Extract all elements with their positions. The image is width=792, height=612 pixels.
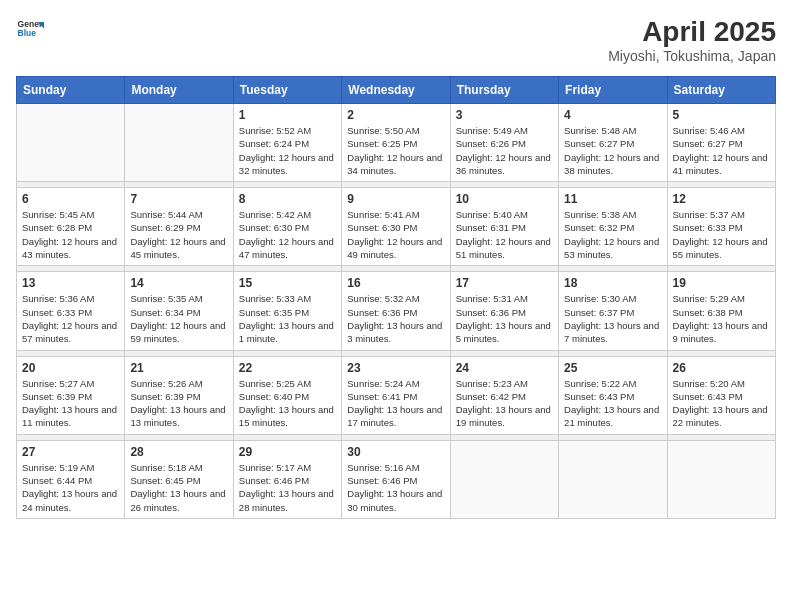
calendar-week-row: 1Sunrise: 5:52 AM Sunset: 6:24 PM Daylig… xyxy=(17,104,776,182)
day-info: Sunrise: 5:23 AM Sunset: 6:42 PM Dayligh… xyxy=(456,377,553,430)
table-row xyxy=(17,104,125,182)
day-number: 18 xyxy=(564,276,661,290)
table-row: 7Sunrise: 5:44 AM Sunset: 6:29 PM Daylig… xyxy=(125,188,233,266)
table-row: 19Sunrise: 5:29 AM Sunset: 6:38 PM Dayli… xyxy=(667,272,775,350)
day-info: Sunrise: 5:33 AM Sunset: 6:35 PM Dayligh… xyxy=(239,292,336,345)
table-row: 6Sunrise: 5:45 AM Sunset: 6:28 PM Daylig… xyxy=(17,188,125,266)
header-sunday: Sunday xyxy=(17,77,125,104)
table-row: 13Sunrise: 5:36 AM Sunset: 6:33 PM Dayli… xyxy=(17,272,125,350)
day-number: 16 xyxy=(347,276,444,290)
logo-icon: General Blue xyxy=(16,16,44,44)
calendar-subtitle: Miyoshi, Tokushima, Japan xyxy=(608,48,776,64)
day-info: Sunrise: 5:44 AM Sunset: 6:29 PM Dayligh… xyxy=(130,208,227,261)
day-number: 29 xyxy=(239,445,336,459)
day-info: Sunrise: 5:19 AM Sunset: 6:44 PM Dayligh… xyxy=(22,461,119,514)
day-number: 27 xyxy=(22,445,119,459)
day-number: 24 xyxy=(456,361,553,375)
table-row: 5Sunrise: 5:46 AM Sunset: 6:27 PM Daylig… xyxy=(667,104,775,182)
day-number: 4 xyxy=(564,108,661,122)
weekday-header-row: Sunday Monday Tuesday Wednesday Thursday… xyxy=(17,77,776,104)
day-number: 14 xyxy=(130,276,227,290)
table-row: 14Sunrise: 5:35 AM Sunset: 6:34 PM Dayli… xyxy=(125,272,233,350)
day-info: Sunrise: 5:32 AM Sunset: 6:36 PM Dayligh… xyxy=(347,292,444,345)
logo: General Blue xyxy=(16,16,44,44)
day-info: Sunrise: 5:25 AM Sunset: 6:40 PM Dayligh… xyxy=(239,377,336,430)
day-number: 25 xyxy=(564,361,661,375)
calendar-title: April 2025 xyxy=(608,16,776,48)
day-info: Sunrise: 5:38 AM Sunset: 6:32 PM Dayligh… xyxy=(564,208,661,261)
day-info: Sunrise: 5:50 AM Sunset: 6:25 PM Dayligh… xyxy=(347,124,444,177)
table-row: 18Sunrise: 5:30 AM Sunset: 6:37 PM Dayli… xyxy=(559,272,667,350)
table-row: 23Sunrise: 5:24 AM Sunset: 6:41 PM Dayli… xyxy=(342,356,450,434)
table-row: 3Sunrise: 5:49 AM Sunset: 6:26 PM Daylig… xyxy=(450,104,558,182)
day-number: 26 xyxy=(673,361,770,375)
table-row: 28Sunrise: 5:18 AM Sunset: 6:45 PM Dayli… xyxy=(125,440,233,518)
table-row: 8Sunrise: 5:42 AM Sunset: 6:30 PM Daylig… xyxy=(233,188,341,266)
table-row: 27Sunrise: 5:19 AM Sunset: 6:44 PM Dayli… xyxy=(17,440,125,518)
day-info: Sunrise: 5:30 AM Sunset: 6:37 PM Dayligh… xyxy=(564,292,661,345)
day-number: 15 xyxy=(239,276,336,290)
table-row: 21Sunrise: 5:26 AM Sunset: 6:39 PM Dayli… xyxy=(125,356,233,434)
day-number: 12 xyxy=(673,192,770,206)
day-info: Sunrise: 5:17 AM Sunset: 6:46 PM Dayligh… xyxy=(239,461,336,514)
table-row xyxy=(450,440,558,518)
table-row: 16Sunrise: 5:32 AM Sunset: 6:36 PM Dayli… xyxy=(342,272,450,350)
day-number: 3 xyxy=(456,108,553,122)
day-number: 30 xyxy=(347,445,444,459)
title-area: April 2025 Miyoshi, Tokushima, Japan xyxy=(608,16,776,64)
day-number: 7 xyxy=(130,192,227,206)
calendar-week-row: 27Sunrise: 5:19 AM Sunset: 6:44 PM Dayli… xyxy=(17,440,776,518)
day-info: Sunrise: 5:22 AM Sunset: 6:43 PM Dayligh… xyxy=(564,377,661,430)
header: General Blue April 2025 Miyoshi, Tokushi… xyxy=(16,16,776,64)
day-number: 6 xyxy=(22,192,119,206)
svg-text:Blue: Blue xyxy=(18,28,37,38)
day-number: 9 xyxy=(347,192,444,206)
day-info: Sunrise: 5:37 AM Sunset: 6:33 PM Dayligh… xyxy=(673,208,770,261)
day-info: Sunrise: 5:29 AM Sunset: 6:38 PM Dayligh… xyxy=(673,292,770,345)
day-info: Sunrise: 5:26 AM Sunset: 6:39 PM Dayligh… xyxy=(130,377,227,430)
header-tuesday: Tuesday xyxy=(233,77,341,104)
header-thursday: Thursday xyxy=(450,77,558,104)
day-info: Sunrise: 5:48 AM Sunset: 6:27 PM Dayligh… xyxy=(564,124,661,177)
day-info: Sunrise: 5:36 AM Sunset: 6:33 PM Dayligh… xyxy=(22,292,119,345)
header-monday: Monday xyxy=(125,77,233,104)
table-row xyxy=(667,440,775,518)
table-row: 10Sunrise: 5:40 AM Sunset: 6:31 PM Dayli… xyxy=(450,188,558,266)
day-number: 10 xyxy=(456,192,553,206)
day-info: Sunrise: 5:24 AM Sunset: 6:41 PM Dayligh… xyxy=(347,377,444,430)
day-info: Sunrise: 5:52 AM Sunset: 6:24 PM Dayligh… xyxy=(239,124,336,177)
table-row xyxy=(559,440,667,518)
table-row: 2Sunrise: 5:50 AM Sunset: 6:25 PM Daylig… xyxy=(342,104,450,182)
table-row xyxy=(125,104,233,182)
day-info: Sunrise: 5:31 AM Sunset: 6:36 PM Dayligh… xyxy=(456,292,553,345)
calendar-table: Sunday Monday Tuesday Wednesday Thursday… xyxy=(16,76,776,519)
calendar-week-row: 20Sunrise: 5:27 AM Sunset: 6:39 PM Dayli… xyxy=(17,356,776,434)
day-number: 19 xyxy=(673,276,770,290)
day-number: 8 xyxy=(239,192,336,206)
header-wednesday: Wednesday xyxy=(342,77,450,104)
table-row: 11Sunrise: 5:38 AM Sunset: 6:32 PM Dayli… xyxy=(559,188,667,266)
day-number: 20 xyxy=(22,361,119,375)
calendar-week-row: 13Sunrise: 5:36 AM Sunset: 6:33 PM Dayli… xyxy=(17,272,776,350)
day-number: 17 xyxy=(456,276,553,290)
table-row: 4Sunrise: 5:48 AM Sunset: 6:27 PM Daylig… xyxy=(559,104,667,182)
table-row: 1Sunrise: 5:52 AM Sunset: 6:24 PM Daylig… xyxy=(233,104,341,182)
day-info: Sunrise: 5:42 AM Sunset: 6:30 PM Dayligh… xyxy=(239,208,336,261)
day-number: 23 xyxy=(347,361,444,375)
day-number: 1 xyxy=(239,108,336,122)
day-info: Sunrise: 5:45 AM Sunset: 6:28 PM Dayligh… xyxy=(22,208,119,261)
table-row: 25Sunrise: 5:22 AM Sunset: 6:43 PM Dayli… xyxy=(559,356,667,434)
day-number: 21 xyxy=(130,361,227,375)
table-row: 9Sunrise: 5:41 AM Sunset: 6:30 PM Daylig… xyxy=(342,188,450,266)
calendar-week-row: 6Sunrise: 5:45 AM Sunset: 6:28 PM Daylig… xyxy=(17,188,776,266)
table-row: 20Sunrise: 5:27 AM Sunset: 6:39 PM Dayli… xyxy=(17,356,125,434)
day-number: 2 xyxy=(347,108,444,122)
table-row: 17Sunrise: 5:31 AM Sunset: 6:36 PM Dayli… xyxy=(450,272,558,350)
table-row: 12Sunrise: 5:37 AM Sunset: 6:33 PM Dayli… xyxy=(667,188,775,266)
table-row: 29Sunrise: 5:17 AM Sunset: 6:46 PM Dayli… xyxy=(233,440,341,518)
day-info: Sunrise: 5:40 AM Sunset: 6:31 PM Dayligh… xyxy=(456,208,553,261)
day-info: Sunrise: 5:35 AM Sunset: 6:34 PM Dayligh… xyxy=(130,292,227,345)
day-info: Sunrise: 5:49 AM Sunset: 6:26 PM Dayligh… xyxy=(456,124,553,177)
header-friday: Friday xyxy=(559,77,667,104)
table-row: 22Sunrise: 5:25 AM Sunset: 6:40 PM Dayli… xyxy=(233,356,341,434)
